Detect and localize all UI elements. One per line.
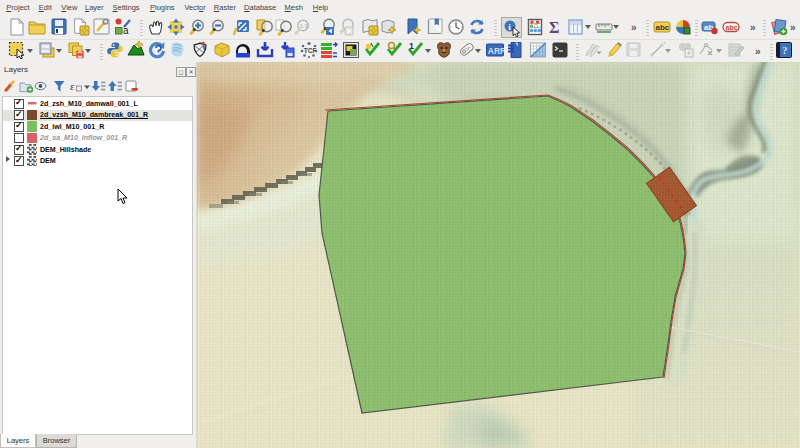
svg-text:ε: ε — [70, 80, 75, 92]
svg-text:a: a — [123, 25, 129, 36]
svg-text:TCF: TCF — [304, 47, 317, 54]
svg-text:abc: abc — [726, 24, 738, 31]
svg-text:ARR: ARR — [488, 46, 504, 56]
svg-text:1:1: 1:1 — [300, 23, 309, 29]
svg-text:?: ? — [782, 44, 788, 56]
svg-text:Σ: Σ — [549, 19, 559, 36]
svg-text:abc: abc — [656, 23, 670, 32]
